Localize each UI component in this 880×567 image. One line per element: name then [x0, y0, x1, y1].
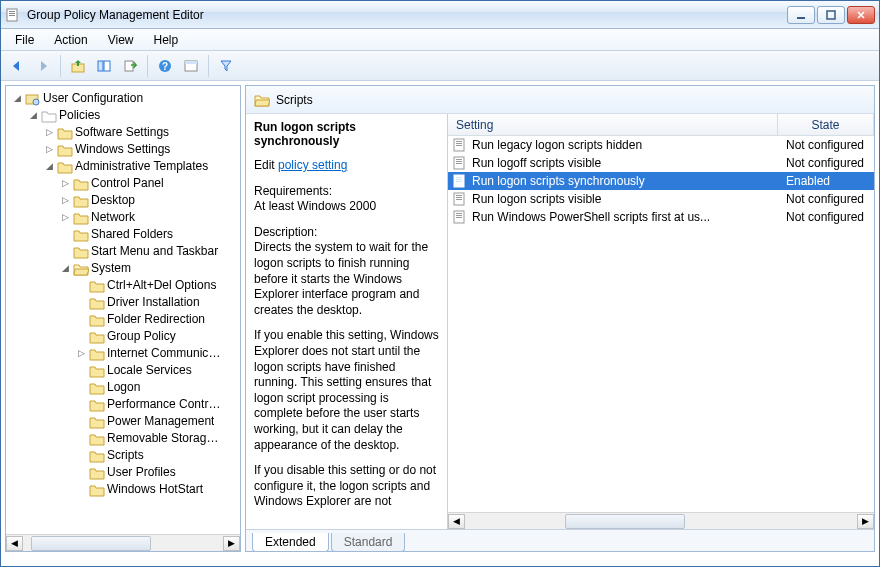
svg-rect-10 [104, 61, 110, 71]
list-row[interactable]: Run logon scripts synchronouslyEnabled [448, 172, 874, 190]
column-setting[interactable]: Setting [448, 114, 778, 135]
svg-rect-11 [125, 61, 133, 71]
close-button[interactable] [847, 6, 875, 24]
show-hide-tree-button[interactable] [92, 54, 116, 78]
tree-scripts[interactable]: Scripts [76, 447, 240, 464]
maximize-button[interactable] [817, 6, 845, 24]
svg-rect-27 [456, 177, 462, 178]
tree-windows-hotstart[interactable]: Windows HotStart [76, 481, 240, 498]
tree-label: Policies [59, 107, 100, 124]
edit-policy-line: Edit policy setting [254, 158, 439, 174]
expand-icon[interactable]: ▷ [60, 178, 71, 189]
scroll-right-button[interactable]: ▶ [857, 514, 874, 529]
tree-start-menu[interactable]: Start Menu and Taskbar [60, 243, 240, 260]
collapse-icon[interactable]: ◢ [28, 110, 39, 121]
tree-logon[interactable]: Logon [76, 379, 240, 396]
svg-rect-15 [185, 61, 197, 64]
tree-admin-templates[interactable]: ◢Administrative Templates [44, 158, 240, 175]
setting-state: Enabled [778, 174, 874, 188]
list-body[interactable]: Run legacy logon scripts hiddenNot confi… [448, 136, 874, 512]
back-button[interactable] [5, 54, 29, 78]
tree-pane: ◢ User Configuration ◢ Policies [5, 85, 241, 552]
svg-rect-5 [827, 11, 835, 19]
tab-extended[interactable]: Extended [252, 533, 329, 552]
tree-power-management[interactable]: Power Management [76, 413, 240, 430]
list-row[interactable]: Run logon scripts visibleNot configured [448, 190, 874, 208]
tab-standard[interactable]: Standard [331, 533, 406, 552]
tree-user-configuration[interactable]: ◢ User Configuration [12, 90, 240, 107]
list-row[interactable]: Run logoff scripts visibleNot configured [448, 154, 874, 172]
minimize-button[interactable] [787, 6, 815, 24]
setting-icon [452, 138, 468, 152]
scroll-thumb[interactable] [31, 536, 151, 551]
scroll-thumb[interactable] [565, 514, 685, 529]
scroll-track[interactable] [465, 514, 857, 529]
tree-software-settings[interactable]: ▷Software Settings [44, 124, 240, 141]
svg-rect-2 [9, 13, 15, 14]
expand-icon[interactable]: ▷ [44, 144, 55, 155]
scroll-track[interactable] [23, 536, 223, 551]
folder-open-icon [73, 262, 89, 276]
filter-button[interactable] [214, 54, 238, 78]
properties-button[interactable] [179, 54, 203, 78]
tree-user-profiles[interactable]: User Profiles [76, 464, 240, 481]
tree-shared-folders[interactable]: Shared Folders [60, 226, 240, 243]
tree-hscrollbar[interactable]: ◀ ▶ [6, 534, 240, 551]
svg-rect-9 [98, 61, 103, 71]
scroll-right-button[interactable]: ▶ [223, 536, 240, 551]
spacer [60, 229, 71, 240]
tree-desktop[interactable]: ▷Desktop [60, 192, 240, 209]
up-button[interactable] [66, 54, 90, 78]
export-button[interactable] [118, 54, 142, 78]
tree-control-panel[interactable]: ▷Control Panel [60, 175, 240, 192]
window-buttons [787, 6, 875, 24]
svg-rect-21 [456, 145, 462, 146]
menu-help[interactable]: Help [146, 31, 187, 49]
setting-name: Run legacy logon scripts hidden [472, 138, 642, 152]
tree-policies[interactable]: ◢ Policies [28, 107, 240, 124]
svg-rect-24 [456, 161, 462, 162]
menu-action[interactable]: Action [46, 31, 95, 49]
tree-locale-services[interactable]: Locale Services [76, 362, 240, 379]
tree-ctrlaltdel[interactable]: Ctrl+Alt+Del Options [76, 277, 240, 294]
titlebar[interactable]: Group Policy Management Editor [1, 1, 879, 29]
tree-performance[interactable]: Performance Control Panel [76, 396, 240, 413]
tree-removable-storage[interactable]: Removable Storage Access [76, 430, 240, 447]
collapse-icon[interactable]: ◢ [60, 263, 71, 274]
tree-folder-redirection[interactable]: Folder Redirection [76, 311, 240, 328]
tree-windows-settings[interactable]: ▷Windows Settings [44, 141, 240, 158]
column-state[interactable]: State [778, 114, 874, 135]
scroll-left-button[interactable]: ◀ [6, 536, 23, 551]
list-row[interactable]: Run legacy logon scripts hiddenNot confi… [448, 136, 874, 154]
forward-button[interactable] [31, 54, 55, 78]
tree-label: Software Settings [75, 124, 169, 141]
expand-icon[interactable]: ▷ [76, 348, 87, 359]
menu-view[interactable]: View [100, 31, 142, 49]
scroll-left-button[interactable]: ◀ [448, 514, 465, 529]
setting-icon [452, 210, 468, 224]
list-hscrollbar[interactable]: ◀ ▶ [448, 512, 874, 529]
folder-icon [89, 415, 105, 429]
tree-network[interactable]: ▷Network [60, 209, 240, 226]
collapse-icon[interactable]: ◢ [12, 93, 23, 104]
nav-tree[interactable]: ◢ User Configuration ◢ Policies [6, 86, 240, 534]
tree-label: Start Menu and Taskbar [91, 243, 218, 260]
help-button[interactable]: ? [153, 54, 177, 78]
toolbar-separator [60, 55, 61, 77]
expand-icon[interactable]: ▷ [60, 195, 71, 206]
tree-system[interactable]: ◢System [60, 260, 240, 277]
tree-group-policy[interactable]: Group Policy [76, 328, 240, 345]
tree-driver-installation[interactable]: Driver Installation [76, 294, 240, 311]
folder-icon [89, 296, 105, 310]
menu-file[interactable]: File [7, 31, 42, 49]
expand-icon[interactable]: ▷ [44, 127, 55, 138]
toolbar: ? [1, 51, 879, 81]
list-row[interactable]: Run Windows PowerShell scripts first at … [448, 208, 874, 226]
requirements-value: At least Windows 2000 [254, 199, 376, 213]
folder-icon [89, 432, 105, 446]
edit-policy-link[interactable]: policy setting [278, 158, 347, 172]
collapse-icon[interactable]: ◢ [44, 161, 55, 172]
svg-rect-23 [456, 159, 462, 160]
tree-internet-comm[interactable]: ▷Internet Communication Management [76, 345, 240, 362]
expand-icon[interactable]: ▷ [60, 212, 71, 223]
